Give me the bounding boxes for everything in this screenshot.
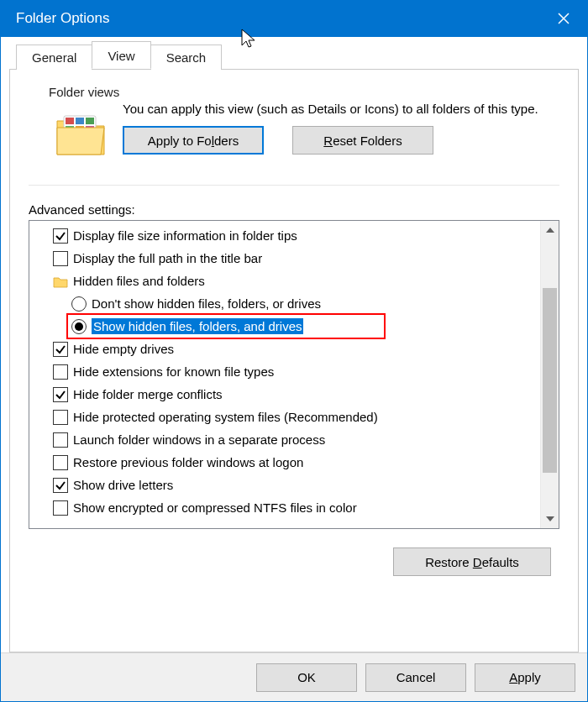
tree-item[interactable]: Hide protected operating system files (R…	[29, 406, 540, 428]
titlebar[interactable]: Folder Options	[1, 0, 587, 37]
cancel-button[interactable]: Cancel	[365, 663, 466, 692]
tree-item[interactable]: Launch folder windows in a separate proc…	[29, 428, 540, 451]
tree-item-label: Launch folder windows in a separate proc…	[73, 432, 325, 447]
tree-item[interactable]: Show encrypted or compressed NTFS files …	[29, 496, 540, 519]
reset-folders-button[interactable]: Reset Folders	[292, 126, 433, 155]
tree-item-label: Restore previous folder windows at logon	[73, 455, 303, 469]
folder-views-desc: You can apply this view (such as Details…	[123, 101, 551, 118]
reset-folders-label: Reset Folders	[323, 134, 402, 148]
tree-item[interactable]: Hide folder merge conflicts	[29, 383, 540, 406]
tree-item-label: Hide protected operating system files (R…	[73, 410, 378, 424]
tab-general[interactable]: General	[16, 45, 92, 70]
advanced-settings-tree: Display file size information in folder …	[29, 220, 559, 529]
tree-item-label: Hide extensions for known file types	[73, 364, 274, 379]
radio-icon	[71, 319, 87, 334]
restore-defaults-label: Restore Defaults	[425, 555, 519, 569]
separator	[29, 185, 559, 186]
chevron-down-icon	[546, 516, 554, 521]
tree-item[interactable]: Hide extensions for known file types	[29, 360, 540, 383]
checkbox-icon	[53, 432, 68, 448]
radio-icon	[71, 296, 87, 312]
tree-item-label: Show encrypted or compressed NTFS files …	[73, 500, 357, 515]
svg-rect-2	[76, 118, 84, 124]
apply-to-folders-label: Apply to Folders	[148, 134, 239, 148]
apply-to-folders-button[interactable]: Apply to Folders	[123, 126, 264, 155]
checkbox-icon	[53, 251, 68, 266]
tree-item[interactable]: Hide empty drives	[29, 338, 540, 360]
view-panel: Folder views You can apply this view (su…	[9, 69, 579, 652]
close-icon	[558, 13, 570, 24]
tree-item-label: Show hidden files, folders, and drives	[92, 318, 303, 334]
tree-item-label: Display the full path in the title bar	[73, 251, 262, 265]
apply-button[interactable]: Apply	[475, 663, 575, 692]
scrollbar-thumb[interactable]	[543, 288, 557, 473]
tree-item-label: Hide empty drives	[73, 342, 174, 356]
scrollbar[interactable]	[540, 221, 559, 528]
tree-item[interactable]: Display the full path in the title bar	[29, 247, 540, 270]
scroll-up-button[interactable]	[541, 221, 559, 239]
ok-button[interactable]: OK	[256, 663, 357, 692]
tab-strip: General View Search	[16, 42, 579, 69]
checkbox-icon	[53, 342, 68, 357]
scrollbar-track[interactable]	[541, 239, 559, 510]
checkbox-icon	[53, 364, 68, 380]
tree-item[interactable]: Show hidden files, folders, and drives	[29, 315, 540, 338]
tree-item-label: Don't show hidden files, folders, or dri…	[92, 296, 321, 311]
checkbox-icon	[53, 410, 68, 425]
checkbox-icon	[53, 500, 68, 516]
tree-item-label: Show drive letters	[73, 478, 173, 492]
dialog-title: Folder Options	[16, 10, 540, 27]
chevron-up-icon	[546, 228, 554, 233]
svg-rect-3	[86, 118, 94, 124]
tab-view[interactable]: View	[92, 41, 150, 69]
tree-item[interactable]: Show drive letters	[29, 474, 540, 496]
tree-item[interactable]: Restore previous folder windows at logon	[29, 451, 540, 474]
folder-views-label: Folder views	[49, 85, 559, 99]
close-button[interactable]	[540, 0, 587, 37]
checkbox-icon	[53, 228, 68, 244]
restore-defaults-button[interactable]: Restore Defaults	[393, 547, 551, 576]
tree-item[interactable]: Don't show hidden files, folders, or dri…	[29, 292, 540, 315]
tree-item[interactable]: Display file size information in folder …	[29, 224, 540, 247]
advanced-settings-label: Advanced settings:	[29, 202, 559, 217]
folder-icon	[54, 107, 108, 161]
dialog-footer: OK Cancel Apply	[1, 652, 587, 701]
tree-item[interactable]: Hidden files and folders	[29, 270, 540, 292]
svg-rect-1	[66, 118, 74, 124]
tab-search[interactable]: Search	[150, 45, 223, 70]
scroll-down-button[interactable]	[541, 510, 559, 528]
tree-item-label: Display file size information in folder …	[73, 228, 297, 243]
folder-options-dialog: Folder Options General View Search Folde…	[0, 0, 588, 702]
checkbox-icon	[53, 387, 68, 402]
apply-label: Apply	[509, 670, 541, 684]
checkbox-icon	[53, 478, 68, 493]
tree-item-label: Hide folder merge conflicts	[73, 387, 223, 401]
tree-item-label: Hidden files and folders	[73, 274, 205, 288]
checkbox-icon	[53, 455, 68, 470]
